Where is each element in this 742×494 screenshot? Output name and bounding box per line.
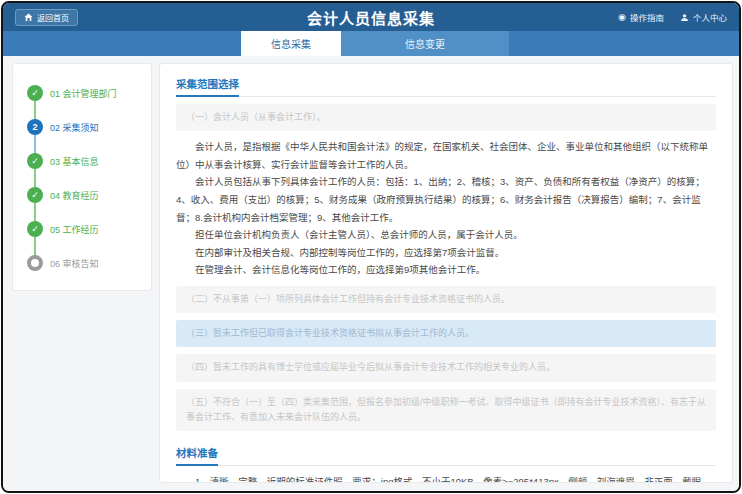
step-done-check-icon: [27, 153, 43, 169]
step-pending-icon: [27, 255, 43, 271]
step-item-basic-info[interactable]: 03 基本信息: [27, 144, 141, 178]
step-item-work-history[interactable]: 05 工作经历: [27, 212, 141, 246]
tab-bar: 信息采集 信息变更: [3, 31, 739, 56]
scope-option-2[interactable]: （二）不从事第（一）项所列具体会计工作但持有会计专业技术资格证书的人员。: [176, 286, 716, 313]
content-area: 01 会计管理部门 2 02 采集须知 03 基本信息 04 教育经历 05 工…: [3, 56, 739, 491]
scope-note-2: 在内部审计及相关合规、内部控制等岗位工作的，应选择第7项会计监督。: [176, 244, 716, 262]
scope-note-3: 在管理会计、会计信息化等岗位工作的，应选择第9项其他会计工作。: [176, 261, 716, 279]
step-done-check-icon: [27, 187, 43, 203]
step-item-education[interactable]: 04 教育经历: [27, 178, 141, 212]
materials-section-header: 材料准备: [176, 443, 716, 466]
tab-info-collect[interactable]: 信息采集: [241, 31, 341, 56]
scope-option-5[interactable]: （五）不符合（一）至（四）类采集范围，但报名参加初级/中级职称一考试、取得中级证…: [176, 389, 716, 432]
scope-option-4[interactable]: （四）暂未工作的具有博士学位或应届毕业今后拟从事会计专业技术工作的相关专业的人员…: [176, 354, 716, 381]
step-num: 04: [50, 191, 60, 201]
step-label: 采集须知: [63, 123, 99, 133]
main-panel: 采集范围选择 （一）会计人员（从事会计工作）。 会计人员，是指根据《中华人民共和…: [159, 63, 733, 483]
step-done-check-icon: [27, 85, 43, 101]
scope-section-title: 采集范围选择: [176, 76, 239, 97]
back-home-label: 返回首页: [37, 12, 69, 23]
guide-icon: ◉: [618, 13, 626, 22]
scope-option-1[interactable]: （一）会计人员（从事会计工作）。: [176, 104, 716, 131]
scope-section-header: 采集范围选择: [176, 74, 716, 97]
guide-label: 操作指南: [630, 11, 664, 23]
user-icon: [680, 13, 689, 22]
step-num: 01: [50, 89, 60, 99]
back-home-button[interactable]: 返回首页: [15, 9, 78, 26]
step-label: 基本信息: [63, 157, 99, 167]
home-icon: [24, 13, 33, 22]
material-item-photo: 1、清晰、完整、近期的标准证件照。要求：jpg格式，不小于10KB，像素>=29…: [176, 473, 716, 483]
step-item-collection-notice[interactable]: 2 02 采集须知: [27, 110, 141, 144]
scope-option-3-selected[interactable]: （三）暂未工作但已取得会计专业技术资格证书拟从事会计工作的人员。: [176, 320, 716, 347]
materials-section-title: 材料准备: [176, 445, 218, 466]
step-item-review-notice[interactable]: 06 审核告知: [27, 246, 141, 280]
step-sidebar: 01 会计管理部门 2 02 采集须知 03 基本信息 04 教育经历 05 工…: [12, 63, 152, 291]
personal-center-link[interactable]: 个人中心: [680, 11, 727, 23]
step-label: 工作经历: [63, 225, 99, 235]
step-current-badge: 2: [27, 119, 43, 135]
step-num: 03: [50, 157, 60, 167]
step-num: 06: [50, 259, 60, 269]
step-item-accounting-dept[interactable]: 01 会计管理部门: [27, 76, 141, 110]
tab-info-change[interactable]: 信息变更: [341, 31, 509, 56]
step-num: 05: [50, 225, 60, 235]
personal-center-label: 个人中心: [693, 11, 727, 23]
app-window: 返回首页 会计人员信息采集 ◉ 操作指南 个人中心 信息采集 信息变更 01 会…: [1, 1, 741, 493]
step-label: 审核告知: [63, 259, 99, 269]
scope-paragraph-includes: 会计人员包括从事下列具体会计工作的人员：包括：1、出纳；2、稽核；3、资产、负债…: [176, 173, 716, 226]
scope-note-1: 担任单位会计机构负责人（会计主管人员）、总会计师的人员，属于会计人员。: [176, 226, 716, 244]
scope-paragraph-definition: 会计人员，是指根据《中华人民共和国会计法》的规定，在国家机关、社会团体、企业、事…: [176, 138, 716, 173]
step-label: 会计管理部门: [63, 89, 117, 99]
step-label: 教育经历: [63, 191, 99, 201]
top-header: 返回首页 会计人员信息采集 ◉ 操作指南 个人中心: [3, 3, 739, 31]
step-done-check-icon: [27, 221, 43, 237]
guide-link[interactable]: ◉ 操作指南: [618, 11, 664, 23]
header-actions: ◉ 操作指南 个人中心: [618, 11, 727, 23]
step-num: 02: [50, 123, 60, 133]
